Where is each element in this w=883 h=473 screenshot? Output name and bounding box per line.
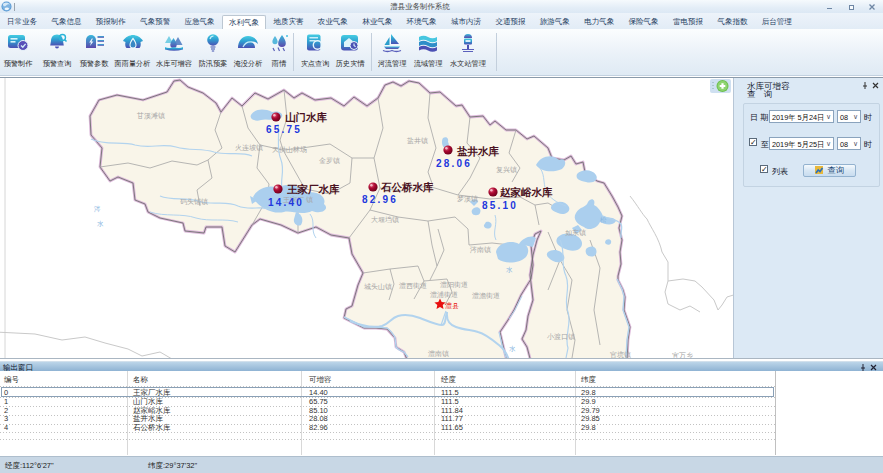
svg-text:水: 水 <box>509 345 516 352</box>
svg-text:天供山林场: 天供山林场 <box>272 146 307 154</box>
svg-text:14.40: 14.40 <box>268 197 304 208</box>
svg-text:水: 水 <box>97 220 104 227</box>
svg-text:王家厂水库: 王家厂水库 <box>287 183 340 195</box>
svg-text:甘溪滩镇: 甘溪滩镇 <box>136 112 165 120</box>
svg-text:82.96: 82.96 <box>362 194 398 205</box>
svg-text:涔: 涔 <box>94 205 101 213</box>
svg-text:澧阳街道: 澧阳街道 <box>440 281 468 289</box>
svg-text:澧浦街道: 澧浦街道 <box>430 291 458 299</box>
svg-text:金罗镇: 金罗镇 <box>319 157 340 165</box>
svg-text:小渡口镇: 小渡口镇 <box>547 333 575 341</box>
svg-text:城头山镇: 城头山镇 <box>363 283 392 291</box>
svg-text:山门水库: 山门水库 <box>285 111 328 123</box>
svg-text:盐井镇: 盐井镇 <box>407 137 428 145</box>
svg-text:如东镇: 如东镇 <box>565 229 586 237</box>
svg-text:65.75: 65.75 <box>266 124 302 135</box>
svg-text:码头铺镇: 码头铺镇 <box>180 198 208 206</box>
svg-text:石公桥水库: 石公桥水库 <box>380 181 434 193</box>
svg-text:澧澹街道: 澧澹街道 <box>472 292 500 300</box>
svg-text:火连坡镇: 火连坡镇 <box>235 144 263 152</box>
svg-text:澧县: 澧县 <box>445 302 459 309</box>
svg-text:85.10: 85.10 <box>482 200 518 211</box>
svg-text:松: 松 <box>600 216 607 223</box>
svg-text:赵家峪水库: 赵家峪水库 <box>499 186 553 198</box>
svg-text:28.06: 28.06 <box>436 158 472 169</box>
svg-text:涔南镇: 涔南镇 <box>470 246 491 254</box>
svg-text:复兴镇: 复兴镇 <box>496 166 517 174</box>
svg-text:澧西街道: 澧西街道 <box>399 282 427 290</box>
svg-text:澧南镇: 澧南镇 <box>428 350 449 358</box>
svg-text:盐井水库: 盐井水库 <box>457 145 500 157</box>
svg-text:大堰垱镇: 大堰垱镇 <box>371 216 399 224</box>
svg-text:水: 水 <box>506 266 513 273</box>
svg-text:官垸镇: 官垸镇 <box>610 351 631 358</box>
svg-text:梦溪镇: 梦溪镇 <box>457 195 478 203</box>
